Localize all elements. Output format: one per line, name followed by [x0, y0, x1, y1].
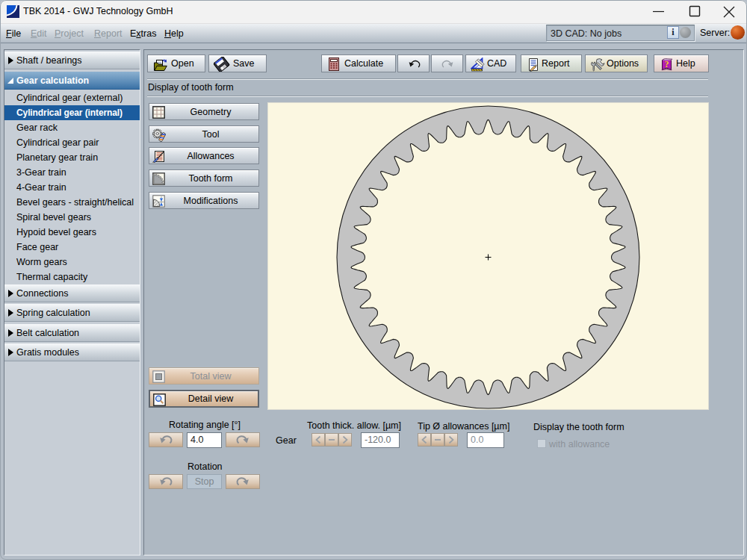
svg-text:?: ? [665, 60, 669, 69]
